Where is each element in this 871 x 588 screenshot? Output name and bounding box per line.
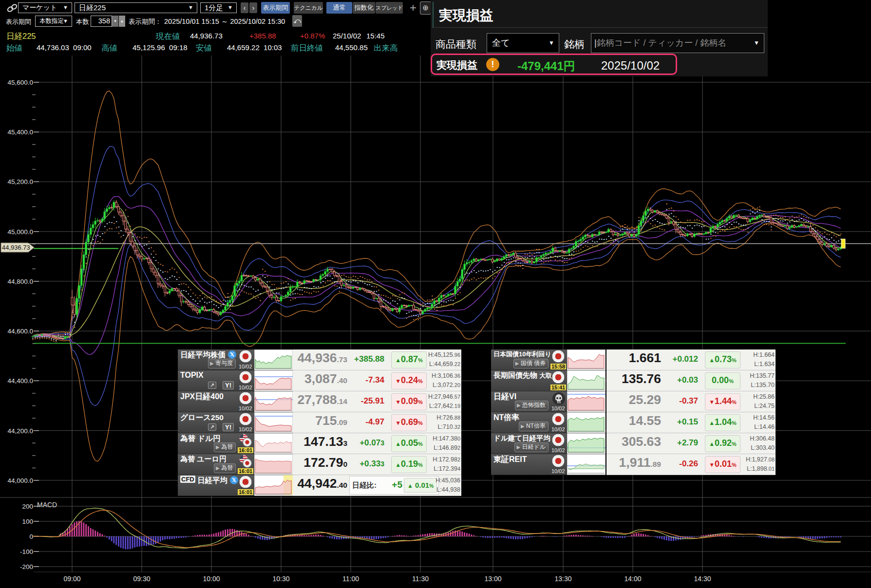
svg-text:44,400.0: 44,400.0 [7, 377, 33, 385]
svg-text:14:30: 14:30 [694, 575, 711, 583]
svg-text:44,800.0: 44,800.0 [7, 278, 33, 285]
svg-text:10:00: 10:00 [203, 575, 220, 583]
svg-text:11:30: 11:30 [412, 575, 429, 583]
svg-text:200: 200 [22, 503, 33, 510]
svg-text:44,000.0: 44,000.0 [7, 477, 33, 484]
svg-text:-100: -100 [20, 548, 33, 555]
svg-text:44,936.73: 44,936.73 [2, 244, 30, 251]
svg-text:45,000.0: 45,000.0 [7, 228, 33, 236]
svg-text:13:30: 13:30 [554, 575, 571, 583]
svg-text:44,600.0: 44,600.0 [7, 328, 33, 335]
svg-text:09:00: 09:00 [63, 575, 80, 583]
svg-text:45,400.0: 45,400.0 [7, 129, 33, 136]
svg-text:10:30: 10:30 [272, 575, 289, 583]
svg-text:100: 100 [22, 518, 33, 525]
svg-text:11:00: 11:00 [342, 575, 359, 583]
svg-text:14:00: 14:00 [624, 575, 641, 583]
svg-text:MACD: MACD [37, 501, 57, 509]
svg-text:-200: -200 [20, 563, 33, 570]
svg-text:45,200.0: 45,200.0 [7, 178, 33, 185]
svg-text:13:00: 13:00 [484, 575, 501, 583]
svg-text:09:30: 09:30 [133, 575, 150, 583]
svg-text:44,200.0: 44,200.0 [7, 427, 33, 435]
svg-text:45,600.0: 45,600.0 [7, 79, 33, 86]
svg-text:0: 0 [29, 533, 33, 540]
